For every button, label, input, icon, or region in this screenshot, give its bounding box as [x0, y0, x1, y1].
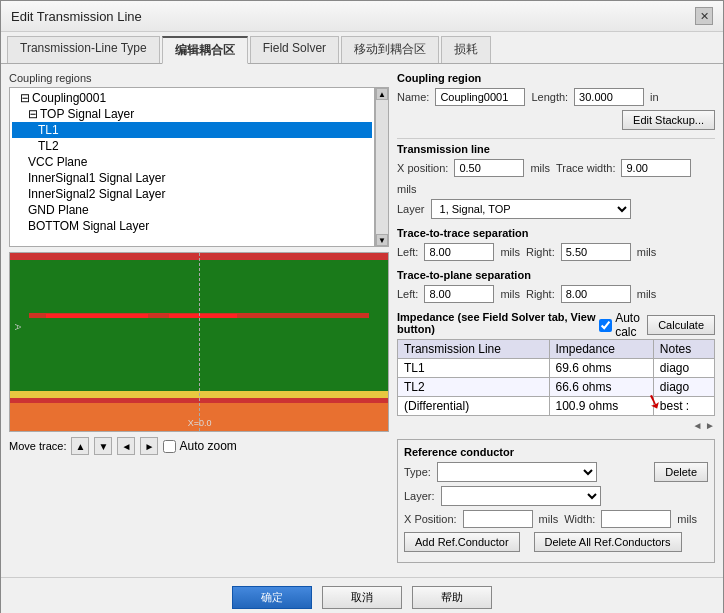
length-label: Length:: [531, 91, 568, 103]
delete-all-ref-conductors-button[interactable]: Delete All Ref.Conductors: [534, 532, 682, 552]
ref-x-pos-input[interactable]: [463, 510, 533, 528]
move-down-btn[interactable]: ▼: [94, 437, 112, 455]
left-sep-label: Left:: [397, 246, 418, 258]
dialog-title: Edit Transmission Line: [11, 9, 142, 24]
impedance-col-imp: Impedance: [549, 340, 653, 359]
transmission-line-title: Transmission line: [397, 143, 715, 155]
delete-ref-button[interactable]: Delete: [654, 462, 708, 482]
impedance-section: Impedance (see Field Solver tab, View bu…: [397, 311, 715, 431]
move-right-btn[interactable]: ►: [140, 437, 158, 455]
trace-to-trace-section: Trace-to-trace separation Left: mils Rig…: [397, 227, 715, 261]
ref-x-pos-unit: mils: [539, 513, 559, 525]
cancel-button[interactable]: 取消: [322, 586, 402, 609]
imp-tl2-value: 66.6 ohms: [549, 378, 653, 397]
impedance-title: Impedance (see Field Solver tab, View bu…: [397, 311, 599, 335]
auto-zoom-checkbox-label[interactable]: Auto zoom: [163, 439, 236, 453]
edit-stackup-button[interactable]: Edit Stackup...: [622, 110, 715, 130]
auto-calc-checkbox[interactable]: [599, 319, 612, 332]
coupling-length-input[interactable]: [574, 88, 644, 106]
tree-scrollbar[interactable]: ▲ ▼: [375, 87, 389, 247]
scroll-down-btn[interactable]: ▼: [376, 234, 388, 246]
ref-action-row: Add Ref.Conductor Delete All Ref.Conduct…: [404, 532, 708, 552]
add-ref-conductor-button[interactable]: Add Ref.Conductor: [404, 532, 520, 552]
auto-zoom-label: Auto zoom: [179, 439, 236, 453]
impedance-col-notes: Notes: [653, 340, 714, 359]
edit-transmission-line-dialog: Edit Transmission Line ✕ Transmission-Li…: [0, 0, 724, 613]
auto-zoom-checkbox[interactable]: [163, 440, 176, 453]
ref-layer-select[interactable]: [441, 486, 601, 506]
impedance-col-tl: Transmission Line: [398, 340, 550, 359]
impedance-table: Transmission Line Impedance Notes TL1 69…: [397, 339, 715, 416]
coupling-tree[interactable]: ⊟ Coupling0001 ⊟ TOP Signal Layer TL1: [9, 87, 375, 247]
coupling-name-input[interactable]: Coupling0001: [435, 88, 525, 106]
trace-separation-row: Left: mils Right: mils: [397, 243, 715, 261]
move-left-btn[interactable]: ◄: [117, 437, 135, 455]
right-sep-input[interactable]: [561, 243, 631, 261]
calculate-button[interactable]: Calculate: [647, 315, 715, 335]
plane-right-label: Right:: [526, 288, 555, 300]
tree-item-innersignal2[interactable]: InnerSignal2 Signal Layer: [12, 186, 372, 202]
plane-left-label: Left:: [397, 288, 418, 300]
tab-edit-coupling[interactable]: 编辑耦合区: [162, 36, 248, 64]
ref-width-input[interactable]: [601, 510, 671, 528]
main-content: Coupling regions ⊟ Coupling0001 ⊟ TOP Si…: [1, 64, 723, 577]
imp-tl1-value: 69.6 ohms: [549, 359, 653, 378]
tree-item-vcc-plane[interactable]: VCC Plane: [12, 154, 372, 170]
tree-item-bottom-signal[interactable]: BOTTOM Signal Layer: [12, 218, 372, 234]
x-position-unit: mils: [530, 162, 550, 174]
help-button[interactable]: 帮助: [412, 586, 492, 609]
x-position-input[interactable]: [454, 159, 524, 177]
plane-right-input[interactable]: [561, 285, 631, 303]
tab-transmission-line-type[interactable]: Transmission-Line Type: [7, 36, 160, 63]
trace-to-trace-title: Trace-to-trace separation: [397, 227, 715, 239]
impedance-row-differential[interactable]: (Differential) 100.9 ohms ➘ best :: [398, 397, 715, 416]
imp-tl1-notes: diago: [653, 359, 714, 378]
scroll-indicator: ◄ ►: [692, 420, 715, 431]
layer-select[interactable]: 1, Signal, TOP: [431, 199, 631, 219]
tree-item-tl2[interactable]: TL2: [12, 138, 372, 154]
move-up-btn[interactable]: ▲: [71, 437, 89, 455]
trace-width-input[interactable]: [621, 159, 691, 177]
x-position-row: X position: mils Trace width: mils: [397, 159, 715, 195]
ref-position-row: X Position: mils Width: mils: [404, 510, 708, 528]
ref-layer-label: Layer:: [404, 490, 435, 502]
tree-item-top-signal[interactable]: ⊟ TOP Signal Layer: [12, 106, 372, 122]
tree-item-coupling0001[interactable]: ⊟ Coupling0001: [12, 90, 372, 106]
coupling-region-section: Coupling region Name: Coupling0001 Lengt…: [397, 72, 715, 130]
ref-width-label: Width:: [564, 513, 595, 525]
impedance-header: Impedance (see Field Solver tab, View bu…: [397, 311, 715, 339]
close-button[interactable]: ✕: [695, 7, 713, 25]
ref-layer-row: Layer:: [404, 486, 708, 506]
canvas-side-label: A: [13, 324, 23, 330]
edit-stackup-row: Edit Stackup...: [397, 110, 715, 130]
tab-field-solver[interactable]: Field Solver: [250, 36, 339, 63]
coupling-region-title: Coupling region: [397, 72, 715, 84]
imp-diff-name: (Differential): [398, 397, 550, 416]
ref-width-unit: mils: [677, 513, 697, 525]
name-label: Name:: [397, 91, 429, 103]
length-unit: in: [650, 91, 659, 103]
scroll-track: [376, 100, 388, 234]
trace-width-label: Trace width:: [556, 162, 616, 174]
ok-button[interactable]: 确定: [232, 586, 312, 609]
imp-diff-value: 100.9 ohms ➘: [549, 397, 653, 416]
ref-cond-title: Reference conductor: [404, 446, 708, 458]
layer-label: Layer: [397, 203, 425, 215]
move-trace-bar: Move trace: ▲ ▼ ◄ ► Auto zoom: [9, 437, 389, 455]
tree-item-gnd-plane[interactable]: GND Plane: [12, 202, 372, 218]
impedance-row-tl1[interactable]: TL1 69.6 ohms diago: [398, 359, 715, 378]
tab-move-coupling[interactable]: 移动到耦合区: [341, 36, 439, 63]
tree-item-innersignal1[interactable]: InnerSignal1 Signal Layer: [12, 170, 372, 186]
tree-item-tl1[interactable]: TL1: [12, 122, 372, 138]
plane-left-input[interactable]: [424, 285, 494, 303]
right-sep-unit: mils: [637, 246, 657, 258]
scroll-up-btn[interactable]: ▲: [376, 88, 388, 100]
right-panel: Coupling region Name: Coupling0001 Lengt…: [397, 72, 715, 569]
footer-buttons: 确定 取消 帮助: [1, 577, 723, 613]
canvas-x-label: X=0.0: [188, 418, 212, 428]
impedance-row-tl2[interactable]: TL2 66.6 ohms diago: [398, 378, 715, 397]
tab-loss[interactable]: 损耗: [441, 36, 491, 63]
left-sep-input[interactable]: [424, 243, 494, 261]
auto-calc-label[interactable]: Auto calc: [599, 311, 643, 339]
ref-type-select[interactable]: [437, 462, 597, 482]
